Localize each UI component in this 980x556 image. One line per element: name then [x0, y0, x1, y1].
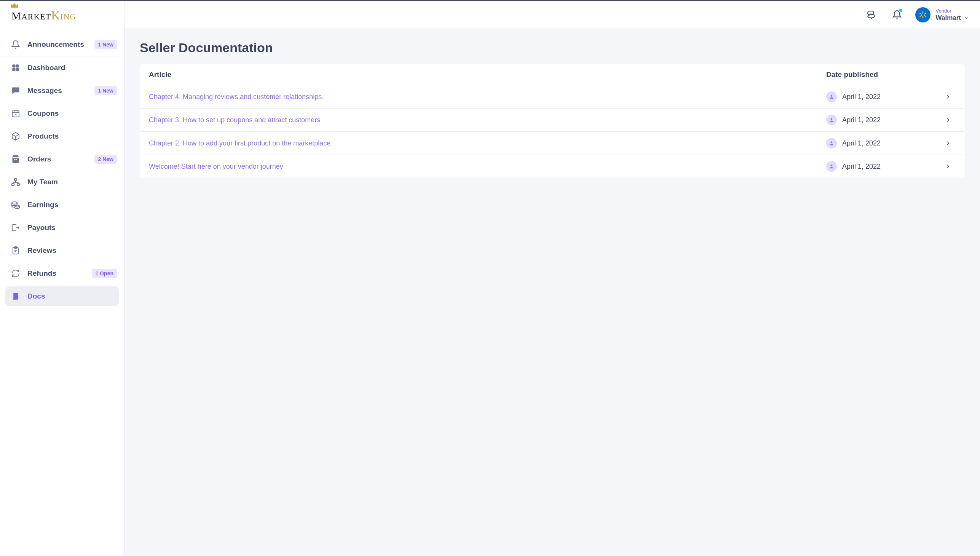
table-header: Article Date published	[140, 65, 965, 85]
bell-icon	[11, 40, 21, 50]
sidebar-item-label: Announcements	[27, 40, 87, 49]
svg-point-16	[922, 11, 923, 12]
logo[interactable]: MARKETKING	[0, 1, 124, 29]
page-title: Seller Documentation	[140, 40, 965, 55]
sidebar-item-label: Coupons	[27, 109, 117, 118]
sidebar-item-label: Reviews	[27, 246, 117, 255]
author-avatar-icon	[826, 138, 837, 149]
svg-point-21	[925, 16, 926, 17]
sidebar-item-refunds[interactable]: Refunds 1 Open	[0, 262, 124, 285]
sidebar-item-label: Messages	[27, 86, 87, 95]
sidebar-item-payouts[interactable]: Payouts	[0, 216, 124, 239]
sidebar-item-reviews[interactable]: Reviews	[0, 239, 124, 262]
chat-icon	[11, 86, 21, 95]
account-name: Walmart	[936, 14, 961, 22]
svg-point-22	[831, 95, 833, 97]
author-avatar-icon	[826, 91, 837, 102]
calendar-icon	[11, 108, 21, 118]
table-row[interactable]: Chapter 3. How to set up coupons and att…	[140, 108, 965, 132]
sidebar-item-products[interactable]: Products	[0, 125, 124, 148]
account-dropdown[interactable]: Vendor Walmart	[915, 7, 969, 23]
col-header-article: Article	[149, 70, 826, 79]
coins-icon	[11, 200, 21, 210]
clipboard-icon	[11, 246, 21, 255]
table-row[interactable]: Welcome! Start here on your vendor journ…	[140, 155, 965, 178]
chevron-right-icon	[940, 163, 956, 170]
svg-point-25	[831, 165, 833, 166]
svg-point-19	[925, 13, 926, 14]
article-title: Chapter 2. How to add your first product…	[149, 139, 826, 147]
chevron-right-icon	[940, 140, 956, 146]
svg-rect-10	[17, 184, 19, 186]
sidebar-item-label: My Team	[27, 178, 117, 186]
sidebar-item-earnings[interactable]: Earnings	[0, 194, 124, 216]
svg-point-11	[12, 202, 17, 204]
article-title: Welcome! Start here on your vendor journ…	[149, 163, 826, 171]
account-role: Vendor	[936, 8, 969, 14]
sidebar-item-label: Products	[27, 132, 117, 141]
box-icon	[11, 131, 21, 141]
sidebar-item-label: Docs	[27, 292, 112, 301]
svg-point-5	[15, 89, 16, 90]
svg-point-17	[922, 17, 923, 18]
avatar	[915, 7, 930, 23]
sidebar-item-badge: 1 New	[94, 86, 117, 95]
sidebar-item-badge: 1 Open	[92, 269, 117, 278]
svg-rect-3	[16, 68, 19, 71]
topbar: Vendor Walmart	[124, 1, 980, 29]
svg-point-4	[14, 89, 15, 90]
sidebar-item-my-team[interactable]: My Team	[0, 171, 124, 194]
book-icon	[11, 291, 21, 301]
sidebar: MARKETKING Announcements 1 New	[0, 1, 124, 556]
svg-rect-15	[13, 293, 15, 300]
table-row[interactable]: Chapter 2. How to add your first product…	[140, 132, 965, 155]
svg-point-12	[15, 205, 19, 207]
svg-rect-8	[15, 179, 17, 181]
article-date: April 1, 2022	[842, 116, 881, 124]
svg-rect-0	[13, 65, 15, 68]
messages-button[interactable]	[864, 7, 879, 23]
sidebar-item-badge: 2 New	[94, 155, 117, 164]
chevron-right-icon	[940, 117, 956, 123]
author-avatar-icon	[826, 115, 837, 125]
svg-point-23	[831, 118, 833, 120]
sidebar-item-messages[interactable]: Messages 1 New	[0, 79, 124, 102]
chevron-right-icon	[940, 94, 956, 100]
author-avatar-icon	[826, 161, 837, 172]
sidebar-item-orders[interactable]: Orders 2 New	[0, 148, 124, 171]
table-row[interactable]: Chapter 4. Managing reviews and customer…	[140, 85, 965, 108]
svg-point-6	[17, 89, 18, 90]
svg-rect-2	[13, 68, 15, 71]
chevron-down-icon	[964, 16, 969, 20]
sidebar-item-announcements[interactable]: Announcements 1 New	[0, 33, 124, 56]
article-date: April 1, 2022	[842, 139, 881, 147]
grid-icon	[11, 63, 21, 73]
payout-icon	[11, 223, 21, 233]
article-date: April 1, 2022	[842, 163, 881, 171]
team-icon	[11, 177, 21, 187]
notifications-button[interactable]	[890, 7, 905, 23]
sidebar-item-label: Payouts	[27, 223, 117, 232]
sidebar-item-label: Refunds	[27, 269, 85, 278]
sidebar-item-docs[interactable]: Docs	[5, 286, 119, 306]
svg-point-20	[919, 16, 920, 17]
sidebar-item-badge: 1 New	[94, 40, 117, 49]
notification-dot	[899, 9, 903, 12]
article-date: April 1, 2022	[842, 93, 881, 101]
sidebar-item-dashboard[interactable]: Dashboard	[0, 57, 124, 79]
articles-table: Article Date published Chapter 4. Managi…	[140, 65, 965, 178]
sidebar-item-label: Earnings	[27, 201, 117, 209]
svg-point-24	[831, 141, 833, 143]
col-header-date: Date published	[826, 70, 940, 79]
crown-icon	[10, 2, 19, 8]
logo-market-text: ARKET	[21, 12, 51, 21]
svg-rect-1	[16, 65, 19, 68]
bag-icon	[11, 154, 21, 164]
svg-rect-9	[12, 184, 14, 186]
sidebar-item-coupons[interactable]: Coupons	[0, 102, 124, 125]
svg-point-18	[919, 13, 920, 14]
refresh-icon	[11, 268, 21, 278]
svg-rect-7	[12, 111, 19, 117]
article-title: Chapter 4. Managing reviews and customer…	[149, 93, 826, 101]
sidebar-item-label: Orders	[27, 155, 87, 163]
